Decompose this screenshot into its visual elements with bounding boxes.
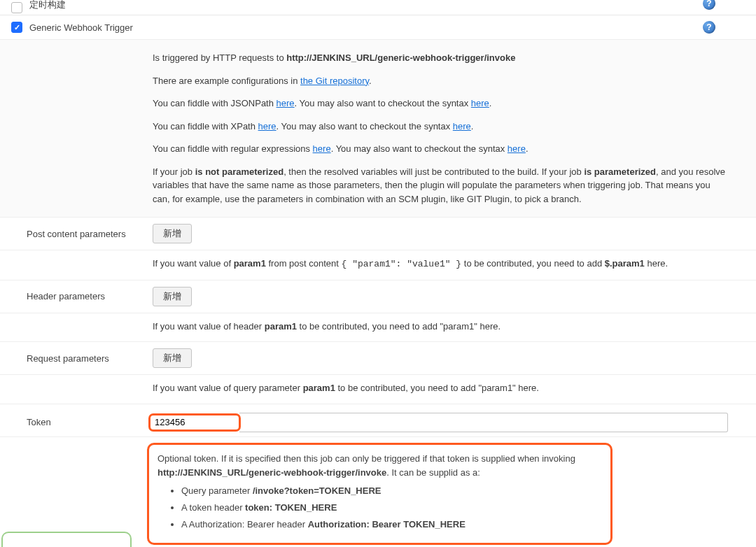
header-params-label: Header parameters <box>27 291 153 301</box>
regex-syntax-link[interactable]: here <box>507 143 526 154</box>
token-highlight <box>148 413 241 432</box>
row-request-parameters: Request parameters 新增 <box>0 342 756 375</box>
token-supply-bearer: A Authorization: Bearer header Authoriza… <box>181 518 602 532</box>
token-supply-query: Query parameter /invoke?token=TOKEN_HERE <box>181 484 602 498</box>
generic-webhook-label: Generic Webhook Trigger <box>29 22 133 33</box>
jsonpath-syntax-link[interactable]: here <box>471 98 489 108</box>
post-content-hint: If you want value of param1 from post co… <box>0 250 756 280</box>
bottom-tab[interactable] <box>1 532 132 547</box>
row-post-content-parameters: Post content parameters 新增 <box>0 218 756 250</box>
add-request-param-button[interactable]: 新增 <box>153 348 192 368</box>
row-header-parameters: Header parameters 新增 <box>0 280 756 313</box>
trigger-row-generic-webhook[interactable]: Generic Webhook Trigger <box>0 15 756 40</box>
row-token: Token <box>0 404 756 437</box>
generic-webhook-checkbox[interactable] <box>11 22 22 33</box>
token-input[interactable] <box>152 415 236 429</box>
regex-link[interactable]: here <box>313 143 331 154</box>
token-description-highlight: Optional token. If it is specified then … <box>147 443 612 546</box>
timed-build-checkbox[interactable] <box>11 2 22 13</box>
header-params-hint: If you want value of header param1 to be… <box>0 313 756 343</box>
help-icon[interactable] <box>703 0 715 10</box>
webhook-description: Is triggered by HTTP requests to http://… <box>0 40 756 218</box>
add-header-param-button[interactable]: 新增 <box>153 287 192 306</box>
request-params-hint: If you want value of query parameter par… <box>0 375 756 404</box>
jsonpath-link[interactable]: here <box>276 98 295 108</box>
trigger-row-timed[interactable]: 定时构建 <box>0 0 756 15</box>
token-supply-header: A token header token: TOKEN_HERE <box>181 501 602 515</box>
add-post-content-button[interactable]: 新增 <box>153 224 192 243</box>
token-description-wrap: Optional token. If it is specified then … <box>0 437 756 548</box>
git-repo-link[interactable]: the Git repository <box>300 76 369 86</box>
token-label: Token <box>27 417 153 427</box>
post-content-label: Post content parameters <box>27 229 153 239</box>
xpath-syntax-link[interactable]: here <box>453 121 471 132</box>
help-icon[interactable] <box>703 21 715 34</box>
timed-build-label: 定时构建 <box>29 0 66 11</box>
request-params-label: Request parameters <box>27 353 153 364</box>
token-input-extend[interactable] <box>239 413 728 432</box>
xpath-link[interactable]: here <box>258 121 276 132</box>
